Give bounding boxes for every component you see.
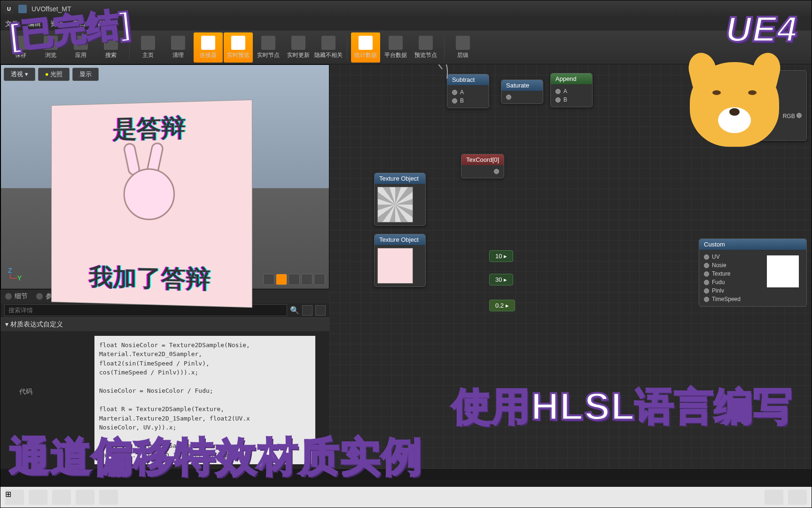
file-icon (18, 5, 27, 13)
task-icon[interactable] (76, 490, 94, 505)
node-texobj1[interactable]: Texture Object (374, 173, 426, 226)
overlay-ue4: UE4 (726, 8, 798, 49)
preview-text-bottom: 我加了答辩 (89, 261, 211, 296)
node-texobj2[interactable]: Texture Object (374, 234, 426, 287)
hierarchy-icon (456, 36, 470, 50)
tb-platform[interactable]: 平台数据 (381, 32, 410, 63)
vp-lit[interactable]: ● 光照 (38, 68, 70, 81)
tb-livenode[interactable]: 实时节点 (254, 32, 283, 63)
const-10[interactable]: 10 ▸ (489, 250, 513, 262)
node-texcoord[interactable]: TexCoord[0] (461, 154, 504, 178)
viewport[interactable]: 透视 ▾ ● 光照 显示 是答辩 我加了答辩 Z└─Y (0, 64, 329, 289)
home-icon (141, 36, 155, 50)
clean-icon (171, 36, 185, 50)
grid-icon[interactable] (302, 305, 312, 316)
tab-details[interactable]: 细节 (5, 292, 28, 301)
code-label: 代码 (19, 388, 32, 396)
tb-home[interactable]: 主页 (133, 32, 163, 63)
doge-mascot (685, 52, 784, 151)
node-subtract[interactable]: Subtract AB (447, 74, 489, 108)
node-saturate[interactable]: Saturate (501, 79, 543, 104)
prevnode-icon (419, 36, 433, 50)
node-custom[interactable]: Custom UV Nosie Texture Fudu Pinlv TimeS… (699, 238, 807, 307)
tray-icon[interactable] (788, 490, 807, 505)
connector-icon (201, 36, 215, 50)
tray-icon[interactable] (765, 490, 783, 505)
vp-show[interactable]: 显示 (72, 68, 99, 81)
category-header[interactable]: ▾ 材质表达式自定义 (0, 318, 329, 331)
tb-hier[interactable]: 层级 (448, 32, 477, 63)
eye-icon[interactable] (315, 305, 326, 316)
tb-clean[interactable]: 清理 (164, 32, 193, 63)
preview-text-top: 是答辩 (113, 111, 186, 146)
node-icon (261, 36, 275, 50)
overlay-line1: 使用HLSL语言编写 (452, 381, 793, 433)
noise-thumb (377, 187, 413, 222)
bunny-illustration (103, 149, 196, 258)
stats-icon (359, 36, 373, 50)
node-append[interactable]: Append AB (550, 73, 593, 107)
tb-hide[interactable]: 隐藏不相关 (314, 32, 343, 63)
task-icon[interactable] (29, 490, 47, 505)
vp-shape-icons[interactable] (263, 274, 325, 285)
tb-connector[interactable]: 连接器 (194, 32, 223, 63)
search-go-icon[interactable]: 🔍 (290, 306, 299, 315)
platform-icon (389, 36, 403, 50)
info-icon (5, 293, 12, 300)
const-30[interactable]: 30 ▸ (489, 274, 513, 286)
tb-liveupd[interactable]: 实时更新 (284, 32, 313, 63)
start-icon[interactable]: ⊞ (5, 490, 24, 505)
bunny-thumb (377, 248, 413, 284)
update-icon (291, 36, 305, 50)
vp-persp[interactable]: 透视 ▾ (4, 68, 35, 81)
tb-livepv[interactable]: 实时预览 (224, 32, 253, 63)
windows-taskbar[interactable]: ⊞ (0, 487, 812, 508)
overlay-line2: 通道偏移特效材质实例 (9, 429, 423, 484)
const-02[interactable]: 0.2 ▸ (489, 300, 515, 311)
hide-icon (321, 36, 336, 50)
task-icon[interactable] (52, 490, 71, 505)
tb-prevnode[interactable]: 预览节点 (411, 32, 440, 63)
custom-preview (767, 255, 799, 287)
task-icon[interactable] (99, 490, 118, 505)
tb-stats[interactable]: 统计数据 (351, 32, 380, 63)
params-icon (36, 293, 43, 300)
ue-logo-icon: U (4, 4, 14, 14)
axis-gizmo: Z└─Y (8, 267, 22, 282)
preview-icon (231, 36, 245, 50)
preview-plane: 是答辩 我加了答辩 (51, 100, 252, 308)
left-panel: 透视 ▾ ● 光照 显示 是答辩 我加了答辩 Z└─Y (0, 64, 329, 469)
